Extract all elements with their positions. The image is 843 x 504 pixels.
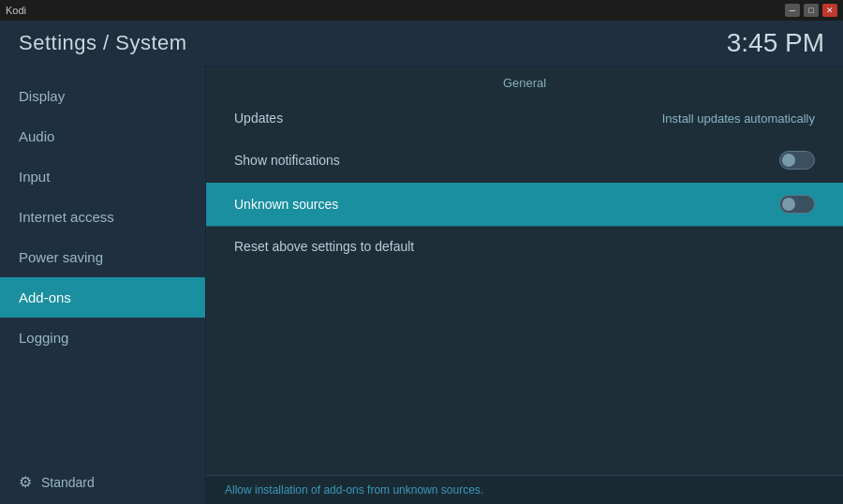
settings-rows: UpdatesInstall updates automaticallyShow… xyxy=(206,98,843,267)
sidebar-footer[interactable]: ⚙ Standard xyxy=(0,460,205,504)
toggle-unknown-sources[interactable] xyxy=(779,195,815,214)
statusbar: Allow installation of add-ons from unkno… xyxy=(206,475,843,504)
sidebar-item-display[interactable]: Display xyxy=(0,76,205,116)
setting-row-show-notifications[interactable]: Show notifications xyxy=(206,139,843,183)
setting-label-updates: Updates xyxy=(234,111,283,126)
toggle-show-notifications[interactable] xyxy=(779,151,815,170)
statusbar-text: Allow installation of add-ons from unkno… xyxy=(225,483,483,497)
maximize-button[interactable]: □ xyxy=(804,4,819,17)
close-button[interactable]: ✕ xyxy=(822,4,837,17)
content-area: General UpdatesInstall updates automatic… xyxy=(206,67,843,504)
setting-label-unknown-sources: Unknown sources xyxy=(234,197,338,212)
setting-row-unknown-sources[interactable]: Unknown sources xyxy=(206,183,843,227)
setting-label-show-notifications: Show notifications xyxy=(234,153,340,168)
sidebar-item-internet[interactable]: Internet access xyxy=(0,197,205,237)
toggle-knob-unknown-sources xyxy=(782,198,795,211)
sidebar-item-addons[interactable]: Add-ons xyxy=(0,277,205,318)
header: Settings / System 3:45 PM xyxy=(0,21,843,67)
sidebar-item-logging[interactable]: Logging xyxy=(0,318,205,358)
sidebar-item-audio[interactable]: Audio xyxy=(0,116,205,156)
sidebar-footer-label: Standard xyxy=(41,475,95,490)
setting-label-reset-settings: Reset above settings to default xyxy=(234,239,414,254)
sidebar-item-input[interactable]: Input xyxy=(0,156,205,197)
setting-row-reset-settings[interactable]: Reset above settings to default xyxy=(206,227,843,267)
sidebar-item-power[interactable]: Power saving xyxy=(0,237,205,277)
titlebar: Kodi ─ □ ✕ xyxy=(0,0,843,21)
clock: 3:45 PM xyxy=(727,28,824,58)
gear-icon: ⚙ xyxy=(19,473,32,491)
content-inner: General UpdatesInstall updates automatic… xyxy=(206,67,843,475)
body: DisplayAudioInputInternet accessPower sa… xyxy=(0,67,843,504)
page-title: Settings / System xyxy=(19,31,187,55)
setting-row-updates[interactable]: UpdatesInstall updates automatically xyxy=(206,98,843,139)
titlebar-controls: ─ □ ✕ xyxy=(785,4,837,17)
sidebar: DisplayAudioInputInternet accessPower sa… xyxy=(0,67,206,504)
sidebar-items: DisplayAudioInputInternet accessPower sa… xyxy=(0,76,205,358)
section-header: General xyxy=(206,67,843,98)
app: Settings / System 3:45 PM DisplayAudioIn… xyxy=(0,21,843,504)
setting-value-updates: Install updates automatically xyxy=(662,111,815,126)
minimize-button[interactable]: ─ xyxy=(785,4,800,17)
toggle-knob-show-notifications xyxy=(782,154,795,167)
titlebar-title: Kodi xyxy=(6,5,26,16)
